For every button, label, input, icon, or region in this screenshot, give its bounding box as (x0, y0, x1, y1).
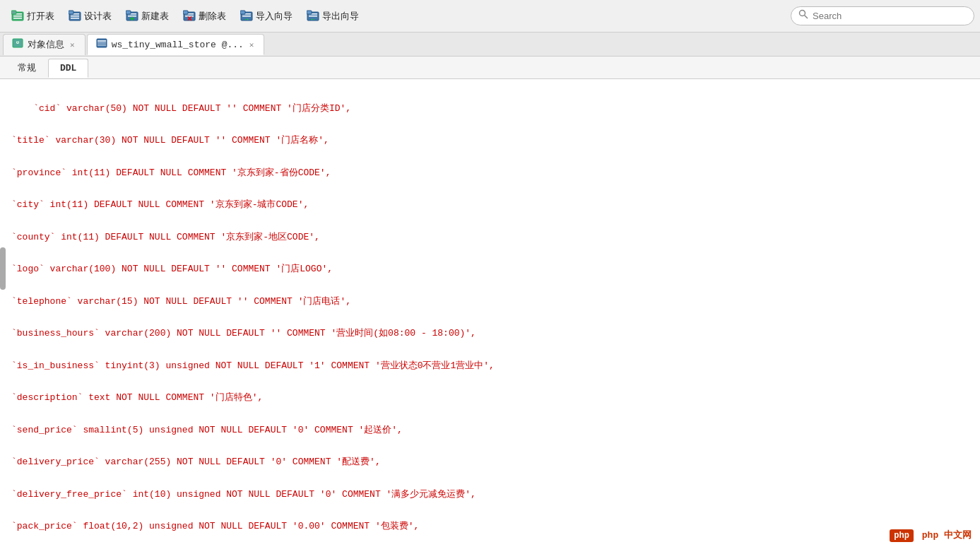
table-icon (96, 37, 107, 52)
svg-rect-14 (126, 11, 131, 14)
design-table-icon (69, 10, 81, 23)
tab-object-info-close[interactable]: ✕ (69, 40, 76, 49)
export-label: 导出向导 (322, 10, 359, 23)
svg-rect-2 (13, 16, 22, 17)
svg-rect-36 (98, 40, 106, 42)
tab-object-info-label: 对象信息 (28, 38, 64, 51)
search-input[interactable] (813, 11, 954, 21)
tab-object-info[interactable]: i 对象信息 ✕ (3, 34, 85, 55)
sub-tab-ddl[interactable]: DDL (48, 59, 88, 78)
tabs-bar: i 对象信息 ✕ ws_tiny_wmall_store @... ✕ (0, 33, 980, 57)
delete-table-label: 删除表 (199, 10, 226, 23)
tab-table-close[interactable]: ✕ (248, 40, 256, 49)
export-icon: ← (307, 10, 319, 23)
search-box (791, 6, 974, 25)
left-scrollbar[interactable] (0, 247, 6, 290)
open-table-icon (11, 10, 24, 23)
import-label: 导入向导 (256, 10, 293, 23)
svg-text:←: ← (310, 16, 317, 23)
ddl-content[interactable]: `cid` varchar(50) NOT NULL DEFAULT '' CO… (0, 79, 980, 547)
svg-text:+: + (130, 15, 134, 23)
search-icon (798, 9, 808, 23)
svg-rect-8 (71, 18, 79, 19)
import-icon: → (240, 10, 253, 23)
delete-table-button[interactable]: ✕ 删除表 (177, 8, 232, 25)
ddl-code-block: `cid` varchar(50) NOT NULL DEFAULT '' CO… (11, 85, 969, 547)
tab-table[interactable]: ws_tiny_wmall_store @... ✕ (87, 34, 265, 55)
new-table-label: 新建表 (141, 10, 169, 23)
delete-table-icon: ✕ (183, 10, 196, 23)
svg-point-30 (800, 11, 805, 16)
svg-text:→: → (244, 16, 250, 23)
new-table-icon: + (126, 10, 138, 23)
sub-tabs: 常规 DDL (0, 57, 980, 79)
design-table-button[interactable]: 设计表 (63, 8, 117, 25)
import-button[interactable]: → 导入向导 (235, 8, 298, 25)
svg-rect-37 (98, 42, 106, 44)
svg-text:i: i (16, 40, 18, 45)
svg-line-31 (805, 16, 808, 19)
svg-rect-29 (307, 11, 312, 14)
php-watermark: php php 中文网 (890, 529, 972, 541)
svg-rect-9 (69, 11, 73, 14)
sub-tab-general[interactable]: 常规 (6, 57, 48, 78)
svg-rect-19 (183, 11, 188, 14)
tab-table-label: ws_tiny_wmall_store @... (112, 40, 244, 50)
new-table-button[interactable]: + 新建表 (120, 8, 175, 25)
toolbar: 打开表 设计表 + 新建表 (0, 0, 980, 33)
export-button[interactable]: ← 导出向导 (301, 8, 365, 25)
svg-rect-7 (71, 16, 79, 17)
svg-text:✕: ✕ (187, 15, 192, 23)
svg-rect-3 (13, 18, 22, 19)
svg-rect-24 (240, 11, 245, 14)
design-table-label: 设计表 (84, 10, 112, 23)
svg-rect-38 (98, 45, 106, 46)
svg-rect-4 (11, 11, 16, 14)
open-table-label: 打开表 (27, 10, 54, 23)
object-info-icon: i (12, 37, 23, 52)
open-table-button[interactable]: 打开表 (6, 8, 60, 25)
